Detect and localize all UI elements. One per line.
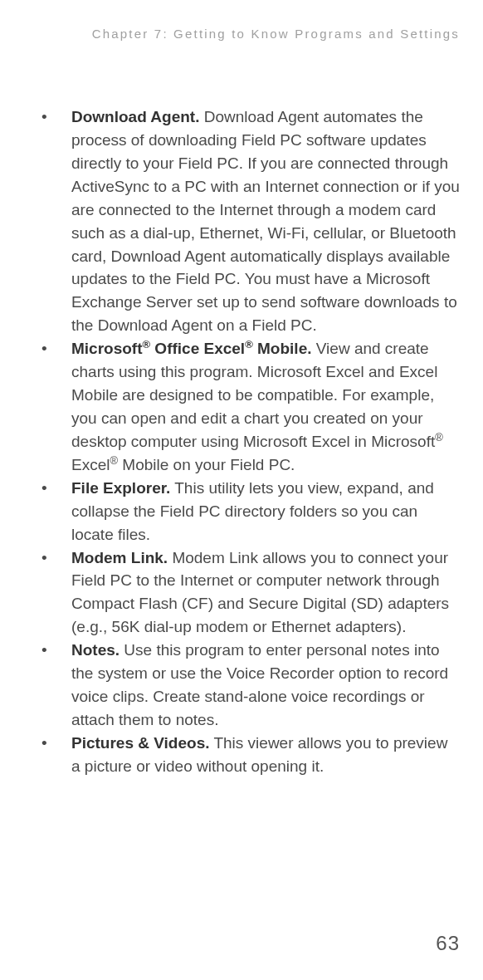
list-item: • Microsoft® Office Excel® Mobile. View … xyxy=(35,337,460,477)
item-title: Download Agent. xyxy=(71,108,199,125)
item-body: View and create charts using this progra… xyxy=(71,340,443,473)
list-item: • Download Agent. Download Agent automat… xyxy=(35,105,460,337)
page-number: 63 xyxy=(436,932,460,955)
list-item: • Pictures & Videos. This viewer allows … xyxy=(35,732,460,778)
content-area: • Download Agent. Download Agent automat… xyxy=(35,105,460,778)
item-title: Microsoft® Office Excel® Mobile. xyxy=(71,340,311,357)
bullet-icon: • xyxy=(41,105,47,129)
item-body: Download Agent automates the process of … xyxy=(71,108,460,334)
bullet-icon: • xyxy=(41,639,47,662)
item-title: Modem Link. xyxy=(71,549,168,566)
bullet-icon: • xyxy=(41,477,47,500)
chapter-header: Chapter 7: Getting to Know Programs and … xyxy=(35,27,460,41)
item-title: File Explorer. xyxy=(71,479,170,497)
list-item: • File Explorer. This utility lets you v… xyxy=(35,477,460,546)
list-item: • Notes. Use this program to enter perso… xyxy=(35,639,460,732)
item-body: Use this program to enter personal notes… xyxy=(71,641,448,728)
bullet-icon: • xyxy=(41,732,47,755)
item-title: Pictures & Videos. xyxy=(71,734,210,752)
bullet-icon: • xyxy=(41,337,47,360)
list-item: • Modem Link. Modem Link allows you to c… xyxy=(35,546,460,639)
bullet-icon: • xyxy=(41,546,47,570)
bullet-list: • Download Agent. Download Agent automat… xyxy=(35,105,460,778)
item-title: Notes. xyxy=(71,641,120,659)
